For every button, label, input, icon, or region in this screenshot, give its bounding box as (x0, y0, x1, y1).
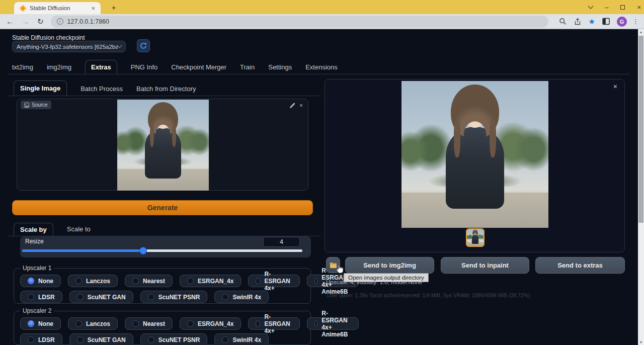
upscaler1-option-ldsr[interactable]: LDSR (20, 291, 62, 303)
main-tabs-underline (8, 74, 630, 74)
source-image-dropzone[interactable]: Source × (17, 99, 308, 191)
window-close-button[interactable]: × (637, 4, 641, 11)
vertical-scrollbar[interactable]: ▲ ▼ (638, 29, 644, 345)
send-to-inpaint-button[interactable]: Send to inpaint (441, 257, 529, 274)
upscaler1-option-esrgan4x[interactable]: ESRGAN_4x (180, 275, 241, 287)
upscaler1-option-nearest[interactable]: Nearest (125, 275, 173, 287)
slider-thumb[interactable] (139, 247, 147, 254)
tab-scale-by[interactable]: Scale by (14, 223, 53, 237)
chevron-down-icon (117, 43, 122, 48)
webui-page: Stable Diffusion checkpoint Anything-V3-… (0, 29, 638, 345)
tab-batch-from-directory[interactable]: Batch from Directory (136, 85, 196, 96)
tab-img2img[interactable]: img2img (47, 63, 71, 74)
source-image[interactable] (117, 100, 209, 191)
radio-icon (75, 320, 82, 327)
radio-icon (256, 320, 260, 327)
upscaler2-option-none[interactable]: None (20, 317, 61, 330)
side-panel-icon[interactable] (602, 18, 610, 25)
tab-close-icon[interactable]: × (90, 5, 97, 12)
radio-icon (28, 294, 34, 300)
sub-tabs-underline (8, 96, 320, 96)
tab-extras[interactable]: Extras (85, 60, 117, 75)
send-to-img2img-button[interactable]: Send to img2img (345, 257, 434, 274)
radio-icon (148, 294, 154, 300)
radio-icon (314, 320, 318, 327)
url-bar[interactable]: i 127.0.0.1:7860 (51, 16, 548, 28)
upscaler2-option-scunet-gan[interactable]: ScuNET GAN (69, 333, 133, 345)
minimize-button[interactable]: – (605, 4, 608, 11)
scroll-down-icon[interactable]: ▼ (638, 340, 644, 344)
radio-icon (148, 336, 154, 343)
upscaler1-option-scunet-gan[interactable]: ScuNET GAN (69, 291, 133, 303)
tab-batch-process[interactable]: Batch Process (80, 85, 123, 96)
browser-tab[interactable]: Stable Diffusion × (14, 2, 101, 14)
resize-block: Resize 4 (20, 236, 311, 257)
resize-slider[interactable] (22, 249, 302, 252)
tab-txt2img[interactable]: txt2img (12, 63, 33, 74)
share-icon[interactable] (574, 18, 582, 26)
tab-scale-to[interactable]: Scale to (67, 225, 91, 236)
tab-settings[interactable]: Settings (268, 63, 292, 74)
upscaler2-option-ldsr[interactable]: LDSR (20, 333, 62, 345)
gradio-favicon-icon (19, 4, 27, 12)
tab-png-info[interactable]: PNG Info (131, 63, 157, 74)
upscaler2-option-esrgan4x[interactable]: ESRGAN_4x (180, 317, 241, 330)
radio-icon (132, 278, 139, 284)
maximize-button[interactable] (620, 5, 625, 10)
radio-icon (75, 278, 82, 284)
back-button[interactable]: ← (6, 18, 14, 25)
checkpoint-label: Stable Diffusion checkpoint (12, 34, 85, 41)
radio-icon (187, 320, 194, 327)
upscaler2-option-scunet-psnr[interactable]: ScuNET PSNR (140, 333, 208, 345)
bookmark-star-icon[interactable]: ★ (589, 18, 595, 25)
edit-pencil-icon[interactable] (289, 103, 295, 109)
tab-checkpoint-merger[interactable]: Checkpoint Merger (171, 63, 226, 74)
refresh-icon (140, 42, 147, 49)
upscaler2-option-swinir4x[interactable]: SwinIR 4x (214, 333, 269, 345)
resize-label: Resize (25, 238, 44, 245)
output-image[interactable] (401, 81, 548, 228)
upscaler1-option-lanczos[interactable]: Lanczos (68, 275, 118, 287)
upscaler1-option-resrgan4x[interactable]: R-ESRGAN 4x+ (248, 275, 299, 287)
browser-window: Stable Diffusion × + – × ← → ↻ i 127.0.0… (0, 0, 644, 345)
radio-icon (256, 278, 260, 284)
reload-button[interactable]: ↻ (37, 18, 44, 25)
checkpoint-dropdown[interactable]: Anything-V3-fp32.safetensors [625a2ba2] (12, 41, 126, 52)
upscaler2-option-resrgan4x[interactable]: R-ESRGAN 4x+ (248, 317, 299, 330)
refresh-checkpoint-button[interactable] (137, 39, 150, 52)
tab-train[interactable]: Train (240, 63, 255, 74)
browser-menu-icon[interactable]: ⋮ (632, 18, 639, 25)
browser-toolbar: ← → ↻ i 127.0.0.1:7860 ★ G ⋮ (0, 14, 644, 29)
clear-source-icon[interactable]: × (299, 103, 303, 109)
generate-button[interactable]: Generate (12, 200, 313, 215)
tab-single-image[interactable]: Single Image (14, 80, 67, 97)
gallery-thumbnail-selected[interactable] (466, 228, 485, 247)
zoom-icon[interactable] (559, 18, 567, 25)
site-info-icon[interactable]: i (57, 18, 63, 25)
upscaler2-group: Upscaler 2 None Lanczos Nearest ESRGAN_4… (14, 311, 311, 345)
radio-icon (77, 336, 84, 343)
radio-icon (314, 278, 318, 284)
profile-avatar[interactable]: G (617, 17, 627, 27)
upscaler2-legend: Upscaler 2 (20, 307, 54, 314)
scroll-up-icon[interactable]: ▲ (638, 30, 644, 34)
upscaler1-legend: Upscaler 1 (20, 265, 54, 272)
scrollbar-thumb[interactable] (638, 36, 643, 223)
gallery-close-icon[interactable]: × (613, 83, 617, 90)
upscaler1-option-scunet-psnr[interactable]: ScuNET PSNR (140, 291, 208, 303)
resize-number-input[interactable]: 4 (263, 237, 300, 247)
upscaler1-option-swinir4x[interactable]: SwinIR 4x (214, 291, 269, 303)
radio-icon (187, 278, 194, 284)
radio-icon (77, 294, 84, 300)
upscaler2-option-lanczos[interactable]: Lanczos (68, 317, 118, 330)
upscaler1-option-none[interactable]: None (20, 275, 61, 287)
output-column: × Send to img2img Send to inpaint (325, 79, 626, 345)
tab-extensions[interactable]: Extensions (305, 63, 338, 74)
radio-icon (222, 294, 228, 300)
upscaler2-option-nearest[interactable]: Nearest (125, 317, 173, 330)
send-to-extras-button[interactable]: Send to extras (535, 257, 625, 274)
new-tab-button[interactable]: + (109, 3, 119, 13)
tab-search-chevron-icon[interactable] (588, 3, 594, 9)
radio-icon (132, 320, 139, 327)
forward-button[interactable]: → (22, 18, 29, 25)
